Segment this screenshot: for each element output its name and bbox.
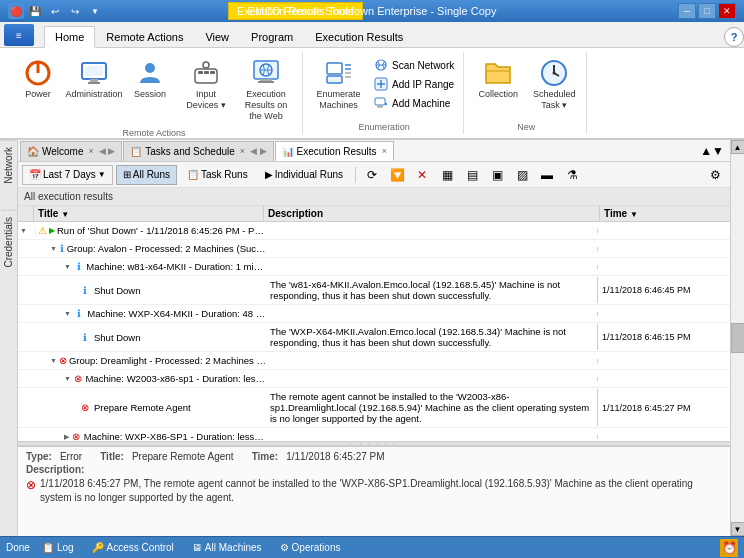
- scheduled-task-icon: [538, 57, 570, 89]
- ribbon-item-administration[interactable]: Administration: [68, 54, 120, 103]
- error-icon: ⊗: [59, 354, 67, 368]
- execution-results-web-label: Execution Results on the Web: [239, 89, 293, 121]
- scan-network-label: Scan Network: [392, 60, 454, 71]
- sidebar-tab-credentials[interactable]: Credentials: [1, 210, 16, 274]
- tab-home[interactable]: Home: [44, 26, 95, 48]
- ribbon-item-add-ip-range[interactable]: Add IP Range: [370, 75, 457, 93]
- table-row[interactable]: ▼ ⊗ Group: Dreamlight - Processed: 2 Mac…: [18, 352, 730, 370]
- doc-tab-expand[interactable]: ▲▼: [696, 142, 728, 160]
- ribbon-item-scheduled-task[interactable]: ScheduledTask ▾: [528, 54, 580, 114]
- qat-more[interactable]: ▼: [86, 2, 104, 20]
- results-table[interactable]: ▼ ⚠ ▶ Run of 'Shut Down' - 1/11/2018 6:4…: [18, 222, 730, 441]
- close-button[interactable]: ✕: [718, 3, 736, 19]
- view-btn-2[interactable]: ▤: [461, 165, 483, 185]
- svg-rect-10: [210, 71, 215, 74]
- tab-program[interactable]: Program: [240, 25, 304, 47]
- ribbon-item-input-devices[interactable]: InputDevices ▾: [180, 54, 232, 114]
- ribbon-item-enumerate-machines[interactable]: EnumerateMachines: [311, 54, 366, 114]
- title-bar: 🔴 💾 ↩ ↪ ▼ Execution Results Tools EMCO R…: [0, 0, 744, 22]
- sidebar-tab-network[interactable]: Network: [1, 140, 16, 190]
- table-row[interactable]: ▼ ⊗ Machine: W2003-x86-sp1 - Duration: l…: [18, 370, 730, 388]
- scroll-thumb[interactable]: [731, 323, 745, 353]
- refresh-btn[interactable]: ⟳: [361, 165, 383, 185]
- time-filter-label: Last 7 Days: [43, 169, 96, 180]
- tasks-tab-close[interactable]: ×: [240, 146, 245, 156]
- task-runs-btn[interactable]: 📋 Task Runs: [180, 165, 255, 185]
- time-filter-icon: 📅: [29, 169, 41, 180]
- detail-desc-text: 1/11/2018 6:45:27 PM, The remote agent c…: [40, 477, 722, 505]
- table-row[interactable]: ℹ Shut Down The 'w81-x64-MKII.Avalon.Emc…: [18, 276, 730, 305]
- gear-btn[interactable]: ⚙: [704, 165, 726, 185]
- add-machine-icon: [373, 95, 389, 111]
- col-header-title[interactable]: Title ▼: [34, 206, 264, 221]
- row-desc: [266, 247, 598, 251]
- detail-desc-label: Description:: [26, 464, 84, 475]
- welcome-tab-close[interactable]: ×: [89, 146, 94, 156]
- table-row[interactable]: ▼ ⚠ ▶ Run of 'Shut Down' - 1/11/2018 6:4…: [18, 222, 730, 240]
- table-row[interactable]: ℹ Shut Down The 'WXP-X64-MKII.Avalon.Emc…: [18, 323, 730, 352]
- office-button[interactable]: ≡: [4, 24, 34, 46]
- all-machines-label: All Machines: [205, 542, 262, 553]
- ribbon-item-session[interactable]: Session: [124, 54, 176, 103]
- filter-results-btn[interactable]: ⚗: [561, 165, 583, 185]
- status-item-operations[interactable]: ⚙ Operations: [276, 540, 345, 555]
- view-btn-5[interactable]: ▬: [536, 165, 558, 185]
- task-runs-label: Task Runs: [201, 169, 248, 180]
- status-clock[interactable]: ⏰: [720, 539, 738, 557]
- results-toolbar: 📅 Last 7 Days ▼ ⊞ All Runs 📋 Task Runs ▶…: [18, 162, 730, 188]
- detail-type-row: Type: Error Title: Prepare Remote Agent …: [26, 451, 722, 462]
- execution-results-web-icon: [250, 57, 282, 89]
- tab-view[interactable]: View: [194, 25, 240, 47]
- minimize-button[interactable]: ─: [678, 3, 696, 19]
- table-row[interactable]: ▼ ℹ Machine: WXP-X64-MKII - Duration: 48…: [18, 305, 730, 323]
- ribbon-items-new: Collection ScheduledTask ▾: [472, 54, 580, 118]
- scan-network-icon: [373, 57, 389, 73]
- time-filter-btn[interactable]: 📅 Last 7 Days ▼: [22, 165, 113, 185]
- row-time: 1/11/2018 6:46:45 PM: [598, 283, 728, 297]
- doc-tab-tasks[interactable]: 📋 Tasks and Schedule × ◀ ▶: [123, 141, 273, 161]
- status-item-all-machines[interactable]: 🖥 All Machines: [188, 540, 266, 555]
- view-btn-1[interactable]: ▦: [436, 165, 458, 185]
- doc-tab-execution-results[interactable]: 📊 Execution Results ×: [275, 141, 394, 161]
- detail-time-value: 1/11/2018 6:45:27 PM: [286, 451, 384, 462]
- execution-results-tab-close[interactable]: ×: [382, 146, 387, 156]
- svg-point-36: [553, 72, 556, 75]
- help-button[interactable]: ?: [724, 27, 744, 47]
- warning-icon: ⚠: [38, 224, 47, 238]
- log-label: Log: [57, 542, 74, 553]
- status-item-log[interactable]: 📋 Log: [38, 540, 78, 555]
- col-header-desc[interactable]: Description: [264, 206, 600, 221]
- table-row[interactable]: ▼ ℹ Group: Avalon - Processed: 2 Machine…: [18, 240, 730, 258]
- row-time: [598, 229, 728, 233]
- qat-undo[interactable]: ↩: [46, 2, 64, 20]
- scroll-down-btn[interactable]: ▼: [731, 522, 745, 536]
- all-runs-btn[interactable]: ⊞ All Runs: [116, 165, 177, 185]
- ribbon-item-scan-network[interactable]: Scan Network: [370, 56, 457, 74]
- qat-redo[interactable]: ↪: [66, 2, 84, 20]
- view-btn-4[interactable]: ▨: [511, 165, 533, 185]
- welcome-tab-icon: 🏠: [27, 146, 39, 157]
- tab-remote-actions[interactable]: Remote Actions: [95, 25, 194, 47]
- ribbon-item-execution-results-web[interactable]: Execution Results on the Web: [236, 54, 296, 124]
- ribbon-item-collection[interactable]: Collection: [472, 54, 524, 103]
- ribbon-item-power[interactable]: Power: [12, 54, 64, 103]
- info-icon: ℹ: [78, 330, 92, 344]
- table-row[interactable]: ⊗ Prepare Remote Agent The remote agent …: [18, 388, 730, 428]
- info-icon: ℹ: [73, 307, 85, 321]
- individual-runs-btn[interactable]: ▶ Individual Runs: [258, 165, 350, 185]
- status-item-access-control[interactable]: 🔑 Access Control: [88, 540, 178, 555]
- view-btn-3[interactable]: ▣: [486, 165, 508, 185]
- svg-rect-8: [198, 71, 203, 74]
- maximize-button[interactable]: □: [698, 3, 716, 19]
- scroll-up-btn[interactable]: ▲: [731, 140, 745, 154]
- filter-btn[interactable]: 🔽: [386, 165, 408, 185]
- tab-execution-results[interactable]: Execution Results: [304, 25, 414, 47]
- ribbon-item-add-machine[interactable]: Add Machine: [370, 94, 457, 112]
- individual-runs-icon: ▶: [265, 169, 273, 180]
- table-row[interactable]: ▼ ℹ Machine: w81-x64-MKII - Duration: 1 …: [18, 258, 730, 276]
- col-header-time[interactable]: Time ▼: [600, 206, 730, 221]
- delete-btn[interactable]: ✕: [411, 165, 433, 185]
- qat-save[interactable]: 💾: [26, 2, 44, 20]
- doc-tab-welcome[interactable]: 🏠 Welcome × ◀ ▶: [20, 141, 122, 161]
- window-controls[interactable]: ─ □ ✕: [678, 3, 736, 19]
